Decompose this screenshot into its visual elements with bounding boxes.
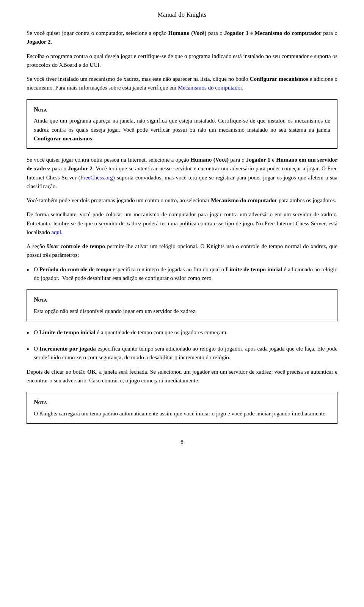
paragraph-2: Escolha o programa contra o qual deseja … <box>27 52 337 70</box>
paragraph-4: Se você quiser jogar contra outra pessoa… <box>27 156 337 191</box>
note-title-1: Nota <box>34 105 330 115</box>
note-title-2: Nota <box>34 295 330 305</box>
bullet-item-1-text: O Período do controle de tempo especific… <box>34 265 337 283</box>
page-number: 8 <box>27 439 337 445</box>
note-title-3: Nota <box>34 398 330 407</box>
bullet-item-3: O Incremento por jogada especifica quant… <box>27 344 337 362</box>
bullet-item-2-text: O Limite de tempo inicial é a quantidade… <box>34 328 228 337</box>
page-title: Manual do Knights <box>27 11 337 18</box>
note-content-2: Esta opção não está disponível quando jo… <box>34 307 330 316</box>
bullet-item-2: O Limite de tempo inicial é a quantidade… <box>27 328 337 339</box>
bullet-item-3-text: O Incremento por jogada especifica quant… <box>34 344 337 362</box>
note-box-3: Nota O Knights carregará um tema padrão … <box>27 392 337 424</box>
note-box-1: Nota Ainda que um programa apareça na ja… <box>27 99 337 149</box>
note-content-3: O Knights carregará um tema padrão autom… <box>34 409 330 418</box>
bullet-list-2: O Limite de tempo inicial é a quantidade… <box>27 328 337 362</box>
paragraph-6: De forma semelhante, você pode colocar u… <box>27 210 337 237</box>
paragraph-7: A seção Usar controle de tempo permite-l… <box>27 242 337 260</box>
paragraph-3: Se você tiver instalado um mecanismo de … <box>27 75 337 93</box>
paragraph-8: Depois de clicar no botão OK, a janela s… <box>27 368 337 385</box>
main-content: Se você quiser jogar contra o computador… <box>27 29 337 424</box>
paragraph-5: Você também pode ver dois programas joga… <box>27 196 337 205</box>
paragraph-1: Se você quiser jogar contra o computador… <box>27 29 337 47</box>
note-content-1: Ainda que um programa apareça na janela,… <box>34 116 330 143</box>
bullet-item-1: O Período do controle de tempo especific… <box>27 265 337 283</box>
note-box-2: Nota Esta opção não está disponível quan… <box>27 289 337 321</box>
bullet-list: O Período do controle de tempo especific… <box>27 265 337 283</box>
